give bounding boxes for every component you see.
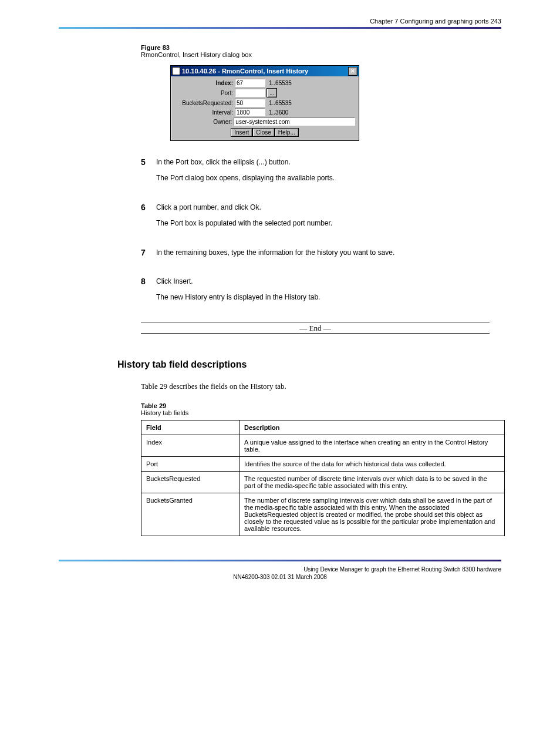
table-cell-field: Port — [141, 457, 239, 472]
step-text: In the Port box, click the ellipsis (...… — [156, 157, 335, 190]
help-button[interactable]: Help... — [275, 128, 299, 137]
step-number: 8 — [141, 277, 156, 309]
table-cell-desc: Identifies the source of the data for wh… — [239, 457, 505, 472]
section-title: History tab field descriptions — [117, 359, 501, 370]
table-body: IndexA unique value assigned to the inte… — [141, 435, 505, 536]
port-input[interactable] — [235, 89, 265, 97]
buckets-input[interactable] — [235, 99, 265, 107]
table-cell-field: Index — [141, 435, 239, 457]
buckets-range: 1..65535 — [269, 100, 292, 106]
index-range: 1..65535 — [269, 80, 292, 86]
step-number: 7 — [141, 248, 156, 264]
step-text: Click a port number, and click Ok.The Po… — [156, 203, 332, 235]
table-caption: Table 29 History tab fields — [141, 402, 501, 416]
interval-range: 1..3600 — [269, 109, 288, 116]
table-cell-desc: The number of discrete sampling interval… — [239, 493, 505, 536]
step: 6Click a port number, and click Ok.The P… — [141, 203, 490, 235]
table-header-desc: Description — [239, 420, 505, 435]
step-text: In the remaining boxes, type the informa… — [156, 248, 394, 264]
table-row: BucketsRequestedThe requested number of … — [141, 472, 505, 493]
end-rule-bottom — [141, 333, 490, 334]
buckets-label: BucketsRequested: — [174, 100, 235, 106]
owner-label: Owner: — [174, 119, 234, 125]
end-rule-top — [141, 322, 490, 322]
port-label: Port: — [174, 90, 235, 96]
close-button[interactable]: Close — [252, 128, 275, 137]
step: 5In the Port box, click the ellipsis (..… — [141, 157, 490, 190]
interval-input[interactable] — [235, 108, 265, 116]
step: 7In the remaining boxes, type the inform… — [141, 248, 490, 264]
index-input[interactable] — [235, 79, 265, 87]
end-text: — End — — [141, 324, 490, 333]
step-text: Click Insert.The new History entry is di… — [156, 277, 320, 309]
table-row: IndexA unique value assigned to the inte… — [141, 435, 505, 457]
table-row: PortIdentifies the source of the data fo… — [141, 457, 505, 472]
table-cell-desc: A unique value assigned to the interface… — [239, 435, 505, 457]
footer-gradient — [59, 560, 501, 561]
port-ellipsis-button[interactable]: ... — [266, 88, 277, 97]
insert-button[interactable]: Insert — [231, 128, 252, 137]
insert-history-dialog: 10.10.40.26 - RmonControl, Insert Histor… — [170, 65, 359, 141]
section-intro: Table 29 describes the fields on the His… — [141, 381, 490, 392]
step: 8Click Insert.The new History entry is d… — [141, 277, 490, 309]
close-icon[interactable]: ✕ — [348, 67, 357, 76]
app-icon — [172, 67, 180, 75]
step-list: 5In the Port box, click the ellipsis (..… — [141, 157, 490, 309]
table-cell-desc: The requested number of discrete time in… — [239, 472, 505, 493]
table-cell-field: BucketsRequested — [141, 472, 239, 493]
table-row: BucketsGrantedThe number of discrete sam… — [141, 493, 505, 536]
table-cell-field: BucketsGranted — [141, 493, 239, 536]
table-header-field: Field — [141, 420, 239, 435]
footer-date: NN46200-303 02.01 31 March 2008 — [233, 574, 327, 580]
step-number: 5 — [141, 157, 156, 190]
interval-label: Interval: — [174, 109, 235, 116]
step-number: 6 — [141, 203, 156, 235]
index-label: Index: — [174, 80, 235, 86]
owner-input[interactable] — [234, 117, 355, 126]
history-fields-table: Field Description IndexA unique value as… — [141, 420, 505, 536]
dialog-titlebar: 10.10.40.26 - RmonControl, Insert Histor… — [171, 66, 359, 76]
dialog-title: 10.10.40.26 - RmonControl, Insert Histor… — [182, 68, 308, 75]
footer-right: Using Device Manager to graph the Ethern… — [303, 566, 501, 573]
figure-caption: Figure 83 RmonControl, Insert History di… — [141, 44, 501, 58]
header-chapter: Chapter 7 Configuring and graphing ports… — [59, 18, 501, 25]
